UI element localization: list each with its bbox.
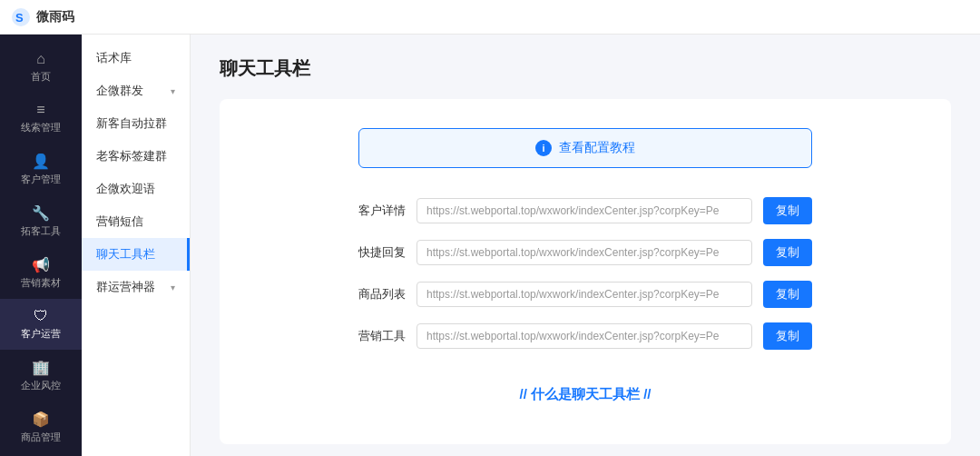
url-input-customer-detail[interactable] [416,198,752,223]
topbar: S 微雨码 [0,0,980,35]
copy-btn-marketing-tools[interactable]: 复制 [763,322,812,350]
sidebar-item-label: 拓客工具 [21,224,61,238]
url-row-marketing-tools: 营销工具 复制 [358,322,812,350]
sec-item-sms[interactable]: 营销短信 [82,205,190,238]
customers-icon: 👤 [32,153,50,170]
sidebar-item-label: 首页 [31,70,51,84]
bottom-section: // 什么是聊天工具栏 // [256,386,915,403]
secondary-sidebar: 话术库 企微群发 ▾ 新客自动拉群 老客标签建群 企微欢迎语 营销短信 聊天工具… [82,35,191,456]
logo-text: 微雨码 [36,9,74,25]
sidebar-item-enterprise[interactable]: 🏢 企业风控 [0,350,82,401]
sidebar-item-label: 客户管理 [21,173,61,186]
logo-icon: S [11,7,31,27]
sec-item-auto-pull[interactable]: 新客自动拉群 [82,107,190,140]
leads-icon: ≡ [36,102,44,118]
enterprise-icon: 🏢 [32,359,50,376]
sec-item-group-ops[interactable]: 群运营神器 ▾ [82,271,190,303]
sidebar-item-customer-ops[interactable]: 🛡 客户运营 [0,299,82,350]
url-row-quick-reply: 快捷回复 复制 [358,239,812,266]
url-row-customer-detail: 客户详情 复制 [358,197,812,224]
chevron-down-icon: ▾ [171,86,175,96]
sidebar-item-label: 企业风控 [21,379,61,392]
home-icon: ⌂ [36,51,45,67]
sidebar-item-label: 商品管理 [21,431,61,444]
sidebar-item-leads[interactable]: ≡ 线索管理 [0,93,82,144]
copy-btn-quick-reply[interactable]: 复制 [763,239,812,266]
main-content: 聊天工具栏 i 查看配置教程 客户详情 复制 快捷回复 复制 [191,35,980,456]
layout: ⌂ 首页 ≡ 线索管理 👤 客户管理 🔧 拓客工具 📢 营销素材 🛡 客户运营 … [0,35,980,456]
sidebar-item-label: 客户运营 [21,327,61,341]
logo: S 微雨码 [11,7,74,27]
url-label-customer-detail: 客户详情 [358,203,406,219]
sidebar: ⌂ 首页 ≡ 线索管理 👤 客户管理 🔧 拓客工具 📢 营销素材 🛡 客户运营 … [0,35,82,456]
svg-text:S: S [15,11,24,25]
url-input-product-list[interactable] [416,282,752,307]
tutorial-button-label: 查看配置教程 [559,140,635,156]
copy-btn-customer-detail[interactable]: 复制 [763,197,812,224]
sec-item-chat-toolbar[interactable]: 聊天工具栏 [82,238,190,271]
page-title: 聊天工具栏 [220,56,951,81]
info-icon: i [535,140,552,156]
sec-item-tag-group[interactable]: 老客标签建群 [82,140,190,173]
sidebar-item-label: 线索管理 [21,121,61,134]
url-row-product-list: 商品列表 复制 [358,281,812,308]
tools-icon: 🔧 [32,204,50,222]
sidebar-item-marketing[interactable]: 📢 营销素材 [0,247,82,299]
marketing-icon: 📢 [32,256,50,273]
url-input-marketing-tools[interactable] [416,323,752,349]
sidebar-item-tools[interactable]: 🔧 拓客工具 [0,195,82,247]
sec-item-mass-send[interactable]: 企微群发 ▾ [82,74,190,107]
bottom-label: // 什么是聊天工具栏 // [519,386,651,401]
copy-btn-product-list[interactable]: 复制 [763,281,812,308]
sec-item-scripts[interactable]: 话术库 [82,42,190,74]
sidebar-item-customers[interactable]: 👤 客户管理 [0,144,82,195]
customer-ops-icon: 🛡 [34,308,48,324]
sidebar-item-products[interactable]: 📦 商品管理 [0,401,82,453]
url-label-marketing-tools: 营销工具 [358,328,406,344]
products-icon: 📦 [32,411,50,428]
url-label-product-list: 商品列表 [358,286,406,302]
url-input-quick-reply[interactable] [416,240,752,265]
content-card: i 查看配置教程 客户详情 复制 快捷回复 复制 商品列表 [220,99,951,444]
sidebar-item-label: 营销素材 [21,276,61,290]
tutorial-button[interactable]: i 查看配置教程 [358,128,812,168]
sec-item-welcome[interactable]: 企微欢迎语 [82,173,190,205]
url-rows: 客户详情 复制 快捷回复 复制 商品列表 复制 营销工具 [358,197,812,350]
sidebar-item-home[interactable]: ⌂ 首页 [0,42,82,93]
chevron-down-icon-2: ▾ [171,283,175,292]
url-label-quick-reply: 快捷回复 [358,244,406,261]
